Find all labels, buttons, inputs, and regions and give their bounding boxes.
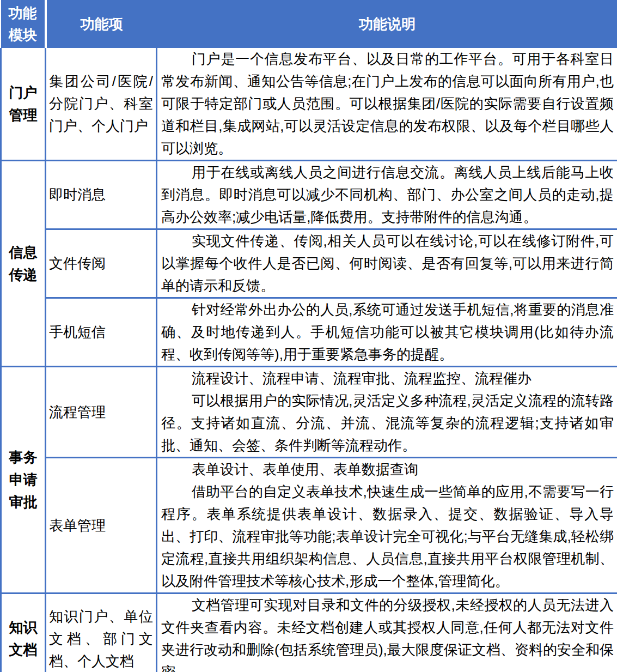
feature-table: 功能模块 功能项 功能说明 门户管理 集团公司/医院/分院门户、科室门户、个人门…: [0, 0, 617, 672]
item-cell: 流程管理: [46, 367, 157, 458]
table-body: 门户管理 集团公司/医院/分院门户、科室门户、个人门户 门户是一个信息发布平台、…: [1, 48, 617, 672]
description-paragraph: 针对经常外出办公的人员,系统可通过发送手机短信,将重要的消息准确、及时地传递到人…: [161, 299, 614, 366]
header-cell-module: 功能模块: [1, 0, 46, 48]
description-paragraph: 门户是一个信息发布平台、以及日常的工作平台。可用于各科室日常发布新闻、通知公告等…: [161, 48, 614, 160]
header-row: 功能模块 功能项 功能说明: [1, 0, 617, 48]
description-cell: 针对经常外出办公的人员,系统可通过发送手机短信,将重要的消息准确、及时地传递到人…: [157, 298, 617, 367]
item-cell: 表单管理: [46, 458, 157, 594]
module-cell: 知识文档: [1, 594, 46, 672]
module-cell: 信息传递: [1, 161, 46, 367]
item-cell: 文件传阅: [46, 229, 157, 298]
description-paragraph: 实现文件传递、传阅,相关人员可以在线讨论,可以在线修订附件,可以掌握每个收件人是…: [161, 230, 614, 297]
table-row: 文件传阅 实现文件传递、传阅,相关人员可以在线讨论,可以在线修订附件,可以掌握每…: [1, 229, 617, 298]
table-row: 知识文档 知识门户、单位文档、部门文档、个人文档 文档管理可实现对目录和文件的分…: [1, 594, 617, 672]
table-row: 门户管理 集团公司/医院/分院门户、科室门户、个人门户 门户是一个信息发布平台、…: [1, 48, 617, 161]
table-row: 手机短信 针对经常外出办公的人员,系统可通过发送手机短信,将重要的消息准确、及时…: [1, 298, 617, 367]
item-cell: 即时消息: [46, 161, 157, 229]
description-paragraph: 借助平台的自定义表单技术,快速生成一些简单的应用,不需要写一行程序。表单系统提供…: [161, 481, 614, 592]
table-row: 事务申请审批 流程管理 流程设计、流程申请、流程审批、流程监控、流程催办 可以根…: [1, 367, 617, 458]
description-cell: 文档管理可实现对目录和文件的分级授权,未经授权的人员无法进入文件夹查看内容。未经…: [157, 594, 617, 672]
description-cell: 流程设计、流程申请、流程审批、流程监控、流程催办 可以根据用户的实际情况,灵活定…: [157, 367, 617, 458]
description-cell: 实现文件传递、传阅,相关人员可以在线讨论,可以在线修订附件,可以掌握每个收件人是…: [157, 229, 617, 298]
header-cell-item: 功能项: [46, 0, 157, 48]
item-cell: 知识门户、单位文档、部门文档、个人文档: [46, 594, 157, 672]
description-cell: 用于在线或离线人员之间进行信息交流。离线人员上线后能马上收到消息。即时消息可以减…: [157, 161, 617, 229]
table-header: 功能模块 功能项 功能说明: [1, 0, 617, 48]
description-paragraph: 表单设计、表单使用、表单数据查询: [161, 458, 614, 481]
module-cell: 门户管理: [1, 48, 46, 161]
description-paragraph: 流程设计、流程申请、流程审批、流程监控、流程催办: [161, 367, 614, 390]
table-row: 信息传递 即时消息 用于在线或离线人员之间进行信息交流。离线人员上线后能马上收到…: [1, 161, 617, 229]
description-cell: 门户是一个信息发布平台、以及日常的工作平台。可用于各科室日常发布新闻、通知公告等…: [157, 48, 617, 161]
module-cell: 事务申请审批: [1, 367, 46, 594]
item-cell: 集团公司/医院/分院门户、科室门户、个人门户: [46, 48, 157, 161]
description-cell: 表单设计、表单使用、表单数据查询 借助平台的自定义表单技术,快速生成一些简单的应…: [157, 458, 617, 594]
table-row: 表单管理 表单设计、表单使用、表单数据查询 借助平台的自定义表单技术,快速生成一…: [1, 458, 617, 594]
description-paragraph: 用于在线或离线人员之间进行信息交流。离线人员上线后能马上收到消息。即时消息可以减…: [161, 161, 614, 228]
header-cell-description: 功能说明: [157, 0, 617, 48]
description-paragraph: 可以根据用户的实际情况,灵活定义多种流程,灵活定义流程的流转路径。支持诸如直流、…: [161, 390, 614, 457]
description-paragraph: 文档管理可实现对目录和文件的分级授权,未经授权的人员无法进入文件夹查看内容。未经…: [161, 594, 614, 672]
item-cell: 手机短信: [46, 298, 157, 367]
